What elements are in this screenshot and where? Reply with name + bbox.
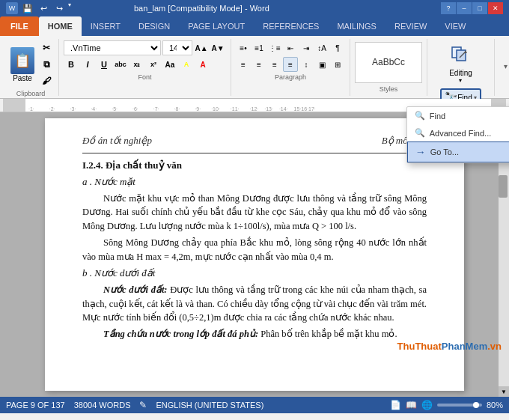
window-controls: ? – □ ✕ bbox=[441, 2, 503, 14]
align-right-button[interactable]: ≡ bbox=[267, 57, 282, 72]
sort-button[interactable]: ↕A bbox=[314, 40, 329, 55]
subscript-button[interactable]: x₂ bbox=[129, 57, 144, 72]
help-button[interactable]: ? bbox=[441, 2, 456, 14]
underline-button[interactable]: U bbox=[97, 57, 112, 72]
align-center-button[interactable]: ≡ bbox=[252, 57, 266, 72]
tab-review[interactable]: REVIEW bbox=[385, 16, 436, 36]
ruler-left-margin bbox=[3, 99, 25, 112]
format-painter-button[interactable]: 🖌 bbox=[39, 73, 54, 88]
scroll-down-button[interactable]: ▼ bbox=[499, 386, 509, 397]
tab-home[interactable]: HOME bbox=[39, 16, 82, 36]
shading-button[interactable]: ▣ bbox=[314, 57, 329, 72]
clipboard-sub-buttons: ✂ ⧉ 🖌 bbox=[39, 40, 54, 88]
text-highlight-button[interactable]: A bbox=[179, 57, 194, 72]
copy-button[interactable]: ⧉ bbox=[39, 57, 54, 72]
superscript-button[interactable]: x² bbox=[146, 57, 161, 72]
find-item-label: Find bbox=[430, 112, 445, 121]
paragraph-group: ≡• ≡1 ⋮≡ ⇤ ⇥ ↕A ¶ ≡ ≡ ≡ ≡ ↕ ▣ ⊞ Paragrap… bbox=[231, 39, 350, 96]
clipboard-label: Clipboard bbox=[16, 90, 46, 99]
multilevel-list-button[interactable]: ⋮≡ bbox=[267, 40, 282, 55]
tab-page-layout[interactable]: PAGE LAYOUT bbox=[179, 16, 254, 36]
editing-button[interactable]: Editing ▾ bbox=[442, 40, 478, 85]
goto-item[interactable]: → Go To... bbox=[407, 141, 509, 162]
italic-button[interactable]: I bbox=[80, 57, 95, 72]
find-dropdown: 🔍 Find 🔍 Advanced Find... → Go To... Go … bbox=[406, 106, 509, 163]
find-item[interactable]: 🔍 Find bbox=[407, 107, 509, 124]
view-normal-button[interactable]: 📄 bbox=[390, 400, 401, 410]
editing-dropdown-arrow: ▾ bbox=[459, 77, 462, 84]
word-count: 38004 WORDS bbox=[74, 401, 131, 410]
word-icon: W bbox=[6, 2, 18, 14]
styles-label: Styles bbox=[380, 85, 398, 94]
advanced-find-item[interactable]: 🔍 Advanced Find... bbox=[407, 124, 509, 141]
header-divider bbox=[82, 153, 427, 153]
editing-content: Editing ▾ 🔭 Find ▾ 🔍 Find 🔍 bbox=[440, 40, 481, 106]
font-row-2: B I U abc x₂ x² Aa A A bbox=[64, 57, 226, 72]
numbering-button[interactable]: ≡1 bbox=[252, 40, 266, 55]
editing-icon bbox=[447, 42, 474, 69]
increase-indent-button[interactable]: ⇥ bbox=[299, 40, 314, 55]
close-button[interactable]: ✕ bbox=[488, 2, 503, 14]
advanced-find-icon: 🔍 bbox=[415, 128, 425, 138]
clear-format-button[interactable]: Aa bbox=[162, 57, 177, 72]
zoom-thumb[interactable] bbox=[473, 402, 479, 408]
view-web-button[interactable]: 🌐 bbox=[421, 400, 433, 410]
justify-button[interactable]: ≡ bbox=[283, 57, 298, 72]
tab-insert[interactable]: INSERT bbox=[82, 16, 129, 36]
redo-button[interactable]: ↪ bbox=[52, 1, 66, 15]
bullets-button[interactable]: ≡• bbox=[236, 40, 251, 55]
tab-design[interactable]: DESIGN bbox=[129, 16, 179, 36]
status-bar: PAGE 9 OF 137 38004 WORDS ✎ ENGLISH (UNI… bbox=[0, 397, 509, 413]
paste-label: Paste bbox=[13, 74, 32, 82]
font-label: Font bbox=[138, 73, 151, 82]
advanced-find-label: Advanced Find... bbox=[430, 129, 492, 138]
view-reading-button[interactable]: 📖 bbox=[406, 400, 417, 410]
para-1: Nước mặt khu vực mỏ than Mông Dương được… bbox=[82, 192, 427, 234]
font-row-1: .VnTime 14 A▲ A▼ bbox=[64, 40, 226, 55]
minimize-button[interactable]: – bbox=[457, 2, 472, 14]
font-size-select[interactable]: 14 bbox=[162, 40, 192, 55]
font-name-select[interactable]: .VnTime bbox=[64, 40, 161, 55]
title-bar: W 💾 ↩ ↪ ▾ ban_lam [Compatibility Mode] -… bbox=[0, 0, 509, 16]
status-left: PAGE 9 OF 137 38004 WORDS ✎ ENGLISH (UNI… bbox=[6, 400, 263, 410]
tab-references[interactable]: REFERENCES bbox=[254, 16, 328, 36]
track-changes-icon: ✎ bbox=[139, 400, 147, 410]
decrease-font-button[interactable]: A▼ bbox=[210, 40, 225, 55]
document-page: Đồ án tốt nghiệp Bộ môn k... I.2.4. Địa … bbox=[45, 118, 464, 391]
tab-file[interactable]: FILE bbox=[0, 16, 39, 36]
increase-font-button[interactable]: A▲ bbox=[194, 40, 209, 55]
cut-button[interactable]: ✂ bbox=[39, 40, 54, 55]
para-3-bold: Nước dưới đất: bbox=[103, 284, 168, 295]
undo-button[interactable]: ↩ bbox=[37, 1, 50, 15]
section-title: I.2.4. Địa chất thuỷ văn bbox=[82, 158, 427, 173]
zoom-slider[interactable] bbox=[437, 404, 482, 407]
strikethrough-button[interactable]: abc bbox=[113, 57, 128, 72]
sub-a: a . Nước mặt bbox=[82, 174, 427, 189]
paste-button[interactable]: 📋 Paste bbox=[7, 46, 37, 84]
decrease-indent-button[interactable]: ⇤ bbox=[283, 40, 298, 55]
maximize-button[interactable]: □ bbox=[472, 2, 487, 14]
show-marks-button[interactable]: ¶ bbox=[330, 40, 345, 55]
align-left-button[interactable]: ≡ bbox=[236, 57, 251, 72]
bold-button[interactable]: B bbox=[64, 57, 79, 72]
save-button[interactable]: 💾 bbox=[21, 1, 34, 15]
borders-button[interactable]: ⊞ bbox=[330, 57, 345, 72]
paste-icon: 📋 bbox=[10, 47, 34, 74]
styles-preview[interactable]: AaBbCc bbox=[355, 42, 422, 83]
doc-header-left: Đồ án tốt nghiệp bbox=[82, 133, 152, 148]
tab-view[interactable]: VIEW bbox=[436, 16, 475, 36]
styles-group: AaBbCc Styles bbox=[350, 39, 427, 96]
paragraph-label: Paragraph bbox=[275, 73, 306, 82]
tab-mailings[interactable]: MAILINGS bbox=[328, 16, 385, 36]
window-title: ban_lam [Compatibility Mode] - Word bbox=[134, 4, 269, 13]
ribbon: 📋 Paste ✂ ⧉ 🖌 Clipboard .VnTime 14 A▲ A▼ bbox=[0, 36, 509, 96]
qat-dropdown[interactable]: ▾ bbox=[68, 1, 71, 15]
scroll-thumb[interactable] bbox=[499, 175, 508, 198]
editing-label: Editing bbox=[449, 69, 472, 77]
para-3: Nước dưới đất: Được lưu thông và tầng tr… bbox=[82, 283, 427, 325]
editing-group: Editing ▾ 🔭 Find ▾ 🔍 Find 🔍 bbox=[427, 39, 495, 96]
status-right: 📄 📖 🌐 80% bbox=[390, 400, 503, 410]
ribbon-scroll-button[interactable]: ▾ bbox=[504, 62, 508, 70]
font-color-button[interactable]: A bbox=[195, 57, 210, 72]
line-spacing-button[interactable]: ↕ bbox=[299, 57, 314, 72]
